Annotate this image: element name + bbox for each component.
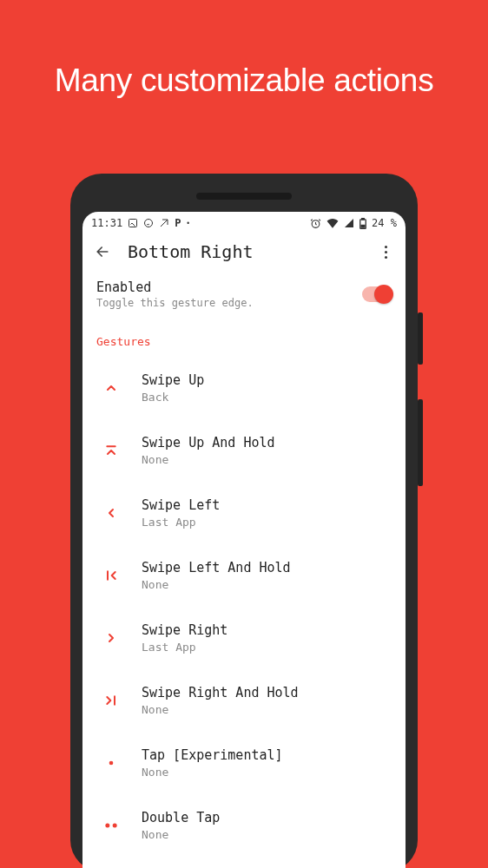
gesture-value: None: [142, 578, 291, 591]
gesture-item[interactable]: Swipe Up And HoldNone: [96, 419, 392, 482]
p-icon: P: [175, 217, 181, 229]
gesture-title: Swipe Right: [142, 622, 228, 638]
integration-icon: [159, 218, 169, 228]
chevron-right-icon: [102, 628, 121, 648]
gesture-title: Swipe Right And Hold: [142, 685, 299, 700]
gesture-item[interactable]: Hold: [96, 857, 392, 868]
image-icon: [128, 218, 138, 228]
status-bar: 11:31 P • 24 %: [82, 212, 406, 233]
enabled-label: Enabled: [96, 279, 254, 295]
gesture-title: Tap [Experimental]: [142, 747, 283, 763]
gesture-item[interactable]: Swipe RightLast App: [96, 607, 392, 669]
phone-side-button: [418, 399, 423, 486]
double-dot-icon: [102, 816, 121, 835]
dot-icon: [102, 753, 121, 773]
alarm-icon: [310, 218, 321, 229]
app-bar: Bottom Right: [82, 233, 406, 273]
gesture-title: Swipe Up And Hold: [142, 435, 275, 450]
gesture-item[interactable]: Double TapNone: [96, 794, 392, 857]
svg-rect-0: [129, 220, 137, 227]
back-button[interactable]: [93, 242, 112, 261]
gesture-title: Swipe Up: [142, 372, 204, 388]
svg-rect-5: [361, 225, 365, 227]
chevron-left-bar-icon: [102, 566, 121, 585]
gesture-title: Swipe Left: [142, 497, 220, 513]
gesture-value: None: [142, 703, 299, 716]
svg-point-7: [105, 824, 109, 828]
svg-point-1: [145, 220, 153, 227]
gesture-value: Last App: [142, 516, 220, 529]
gesture-value: Back: [142, 391, 204, 404]
phone-frame: 11:31 P • 24 % Bottom Right: [70, 174, 418, 868]
gesture-value: None: [142, 828, 220, 841]
gesture-title: Swipe Left And Hold: [142, 560, 291, 575]
enabled-description: Toggle this gesture edge.: [96, 297, 254, 309]
gesture-value: Last App: [142, 641, 228, 654]
dot-icon: •: [186, 220, 190, 227]
enabled-switch[interactable]: [362, 286, 392, 302]
phone-side-button: [418, 312, 423, 365]
gesture-value: None: [142, 766, 283, 779]
wifi-icon: [326, 218, 339, 228]
gesture-item[interactable]: Swipe UpBack: [96, 357, 392, 419]
phone-speaker: [196, 193, 292, 200]
section-header-gestures: Gestures: [96, 335, 392, 348]
page-title: Bottom Right: [128, 241, 360, 262]
gesture-item[interactable]: Swipe Left And HoldNone: [96, 544, 392, 607]
content-area: Enabled Toggle this gesture edge. Gestur…: [82, 273, 406, 868]
svg-point-6: [109, 761, 114, 766]
gesture-item[interactable]: Tap [Experimental]None: [96, 732, 392, 794]
phone-screen: 11:31 P • 24 % Bottom Right: [82, 212, 406, 868]
battery-icon: [359, 218, 366, 229]
signal-icon: [344, 218, 354, 228]
status-time: 11:31: [91, 217, 122, 229]
overflow-menu-button[interactable]: [376, 242, 395, 261]
chevron-up-bar-icon: [102, 441, 121, 460]
chevron-right-bar-icon: [102, 691, 121, 710]
chevron-left-icon: [102, 503, 121, 523]
enabled-toggle-row[interactable]: Enabled Toggle this gesture edge.: [96, 278, 392, 318]
gesture-item[interactable]: Swipe LeftLast App: [96, 482, 392, 544]
chevron-up-icon: [102, 378, 121, 398]
gesture-list: Swipe UpBackSwipe Up And HoldNoneSwipe L…: [96, 357, 392, 868]
gesture-title: Double Tap: [142, 810, 220, 825]
gesture-value: None: [142, 453, 275, 466]
gesture-item[interactable]: Swipe Right And HoldNone: [96, 669, 392, 732]
svg-point-8: [113, 824, 117, 828]
whatsapp-icon: [143, 218, 154, 228]
svg-rect-4: [362, 218, 365, 220]
status-battery-percent: 24 %: [372, 217, 397, 229]
promo-title: Many customizable actions: [0, 0, 488, 99]
